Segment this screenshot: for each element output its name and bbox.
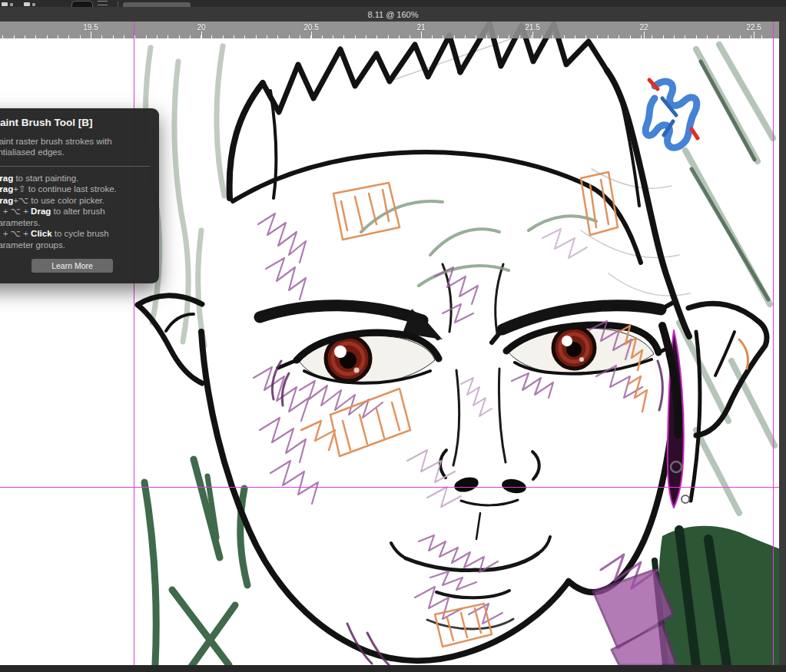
ruler-tick: [619, 35, 619, 38]
ruler-tick: [751, 35, 751, 38]
ruler-tick: [641, 35, 642, 38]
vertical-guide[interactable]: [773, 22, 774, 665]
purple-shading: [254, 214, 658, 624]
ruler-tick: [542, 35, 542, 38]
ruler-major-tick: [91, 31, 91, 38]
ruler-tick: [486, 35, 487, 38]
ruler-tick: [300, 35, 300, 38]
window-glyph-icon: [10, 3, 13, 6]
ruler-tick: [476, 35, 476, 38]
ruler-major-tick: [201, 31, 202, 38]
ruler-tick: [101, 35, 102, 38]
ruler-label: 21: [416, 23, 425, 31]
ruler-tick: [564, 35, 565, 38]
ruler-tick: [585, 35, 586, 38]
ruler-tick: [234, 35, 234, 38]
ruler-tick: [179, 35, 180, 38]
ruler-tick: [223, 35, 224, 38]
ruler-tick: [124, 35, 124, 38]
ruler-tick: [575, 35, 575, 38]
ruler-tick: [289, 35, 290, 38]
ruler-tick: [729, 35, 730, 38]
ruler-tick: [113, 35, 114, 38]
ruler-tick: [68, 35, 69, 38]
ruler-tick: [355, 35, 356, 38]
tooltip-shortcuts: Drag to start painting.Drag+⇧ to continu…: [0, 173, 151, 251]
ruler-tick: [740, 35, 741, 38]
horizontal-ruler[interactable]: 19.52020.52121.52222.5: [0, 22, 779, 38]
ruler-tick: [277, 35, 278, 38]
ruler-tick: [388, 35, 389, 38]
ruler-tick: [47, 35, 48, 38]
ruler-tick: [432, 35, 433, 38]
ruler-tick: [256, 35, 257, 38]
ruler-tick: [366, 35, 366, 38]
ruler-tick: [630, 35, 631, 38]
ruler-tick: [652, 35, 652, 38]
ruler-tick: [465, 35, 466, 38]
ruler-tick: [134, 35, 135, 38]
ruler-tick: [410, 35, 410, 38]
tooltip-description: Paint raster brush strokes with antialia…: [0, 136, 151, 158]
ruler-tick: [343, 35, 344, 38]
ruler-tick: [552, 35, 553, 38]
ruler-tick: [25, 35, 25, 38]
app-window: 19.52020.52121.52222.5 8.11 @ 160% Paint…: [0, 0, 786, 672]
ruler-label: 22.5: [746, 23, 761, 31]
tooltip-separator: [0, 166, 150, 167]
orange-shading: [301, 172, 647, 647]
pasteboard-edge: [779, 22, 786, 665]
ruler-tick: [322, 35, 323, 38]
ruler-tick: [509, 35, 509, 38]
ruler-tick: [58, 35, 58, 38]
stepper-dashes-icon[interactable]: [98, 1, 108, 5]
ruler-label: 20.5: [303, 23, 318, 31]
ruler-major-tick: [754, 31, 754, 38]
window-glyph-icon[interactable]: [2, 2, 8, 6]
document-title-bar: 8.11 @ 160%: [0, 7, 786, 22]
nose: [440, 369, 539, 539]
ruler-major-tick: [532, 31, 533, 38]
ruler-tick: [498, 35, 499, 38]
learn-more-button[interactable]: Learn More: [32, 259, 113, 273]
shortcut-line: ⌃ + ⌥ + Drag to alter brush parameters.: [0, 206, 151, 228]
ruler-tick: [244, 35, 245, 38]
ruler-tick: [663, 35, 664, 38]
ruler-tick: [674, 35, 675, 38]
eyebrows: [260, 201, 673, 343]
tool-tooltip: Paint Brush Tool [B] Paint raster brush …: [0, 108, 159, 283]
mouth-chin: [391, 537, 550, 629]
ruler-tick: [167, 35, 168, 38]
status-bar-edge: [0, 665, 786, 672]
ruler-label: 20: [197, 23, 205, 31]
ruler-tick: [519, 35, 520, 38]
ruler-label: 19.5: [83, 23, 98, 31]
ruler-tick: [454, 35, 455, 38]
toolbar-fragment: [0, 0, 786, 7]
horizontal-guide[interactable]: [0, 487, 779, 488]
ruler-tick: [707, 35, 708, 38]
ruler-tick: [718, 35, 718, 38]
ruler-major-tick: [311, 31, 312, 38]
window-glyph-icon: [32, 3, 35, 6]
ruler-tick: [35, 35, 36, 38]
tooltip-title: Paint Brush Tool [B]: [0, 118, 151, 129]
ruler-tick: [399, 35, 400, 38]
ruler-tick: [157, 35, 158, 38]
ruler-tick: [685, 35, 685, 38]
ruler-tick: [608, 35, 609, 38]
document-title: 8.11 @ 160%: [367, 10, 418, 19]
ruler-tick: [376, 35, 377, 38]
window-glyph-icon[interactable]: [24, 2, 30, 6]
ruler-tick: [14, 35, 15, 38]
shortcut-line: Drag+⌥ to use color picker.: [0, 195, 151, 207]
ruler-tick: [597, 35, 598, 38]
ruler-label: 22: [639, 23, 648, 31]
ruler-tick: [2, 35, 3, 38]
ruler-tick: [531, 35, 532, 38]
tool-pill[interactable]: [71, 1, 93, 7]
left-eye: [278, 333, 439, 383]
ruler-tick: [80, 35, 81, 38]
ruler-tick: [696, 35, 697, 38]
shortcut-line: Drag to start painting.: [0, 173, 151, 184]
